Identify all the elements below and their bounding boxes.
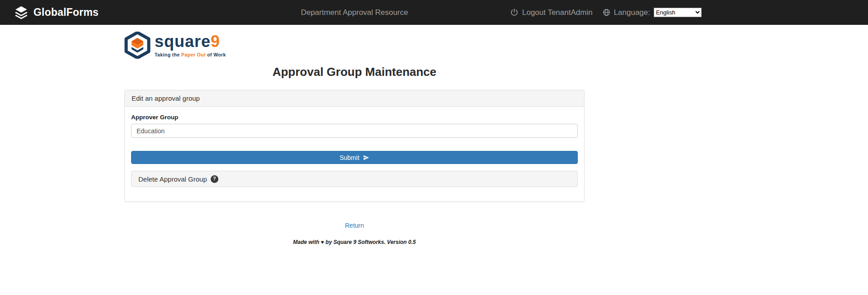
tagline-pre: Taking the [155, 52, 181, 57]
footer-credit: Made with ♥ by Square 9 Softworks. Versi… [124, 239, 585, 245]
return-link[interactable]: Return [345, 222, 364, 229]
wordmark-square: square [155, 32, 211, 51]
approver-group-label: Approver Group [131, 114, 578, 121]
square9-logo-icon [124, 32, 151, 59]
navbar-title: Department Approval Resource [301, 8, 408, 17]
language-select[interactable]: English [654, 8, 702, 17]
brand-link[interactable]: GlobalForms [14, 5, 99, 20]
page-title: Approval Group Maintenance [124, 65, 585, 79]
page: GlobalForms Department Approval Resource… [0, 0, 868, 295]
language-group: Language: English [603, 8, 702, 17]
delete-approval-group-toggle[interactable]: Delete Approval Group ? [131, 171, 578, 187]
language-label: Language: [614, 8, 650, 17]
power-icon [510, 8, 519, 17]
question-circle-icon: ? [211, 175, 218, 183]
tagline-post: of Work [206, 52, 226, 57]
send-icon [363, 155, 369, 161]
globe-icon [603, 9, 610, 16]
logout-label: Logout TenantAdmin [522, 8, 593, 17]
navbar-inner: GlobalForms Department Approval Resource… [0, 0, 709, 25]
logout-link[interactable]: Logout TenantAdmin [510, 8, 593, 17]
wordmark-nine: 9 [211, 32, 220, 51]
square9-tagline: Taking the Paper Out of Work [155, 52, 226, 57]
panel-body: Approver Group Submit Delete Approval Gr… [125, 107, 584, 201]
navbar-right-group: Logout TenantAdmin Language: English [510, 8, 702, 17]
brand-text: GlobalForms [33, 6, 99, 19]
square9-wordmark: square9 Taking the Paper Out of Work [155, 32, 226, 57]
main-container: square9 Taking the Paper Out of Work App… [124, 25, 585, 245]
edit-approval-group-panel: Edit an approval group Approver Group Su… [124, 90, 585, 202]
square9-wordmark-text: square9 [155, 35, 226, 49]
globalforms-logo-icon [14, 5, 29, 20]
approver-group-input[interactable] [131, 124, 578, 138]
tagline-highlight: Paper Out [181, 52, 206, 57]
panel-header: Edit an approval group [125, 90, 584, 107]
top-navbar: GlobalForms Department Approval Resource… [0, 0, 868, 25]
square9-logo: square9 Taking the Paper Out of Work [124, 25, 585, 59]
delete-approval-group-label: Delete Approval Group [138, 175, 207, 183]
return-row: Return [124, 221, 585, 229]
submit-button-label: Submit [340, 154, 359, 161]
content-wrap: square9 Taking the Paper Out of Work App… [0, 25, 709, 245]
submit-button[interactable]: Submit [131, 151, 578, 164]
